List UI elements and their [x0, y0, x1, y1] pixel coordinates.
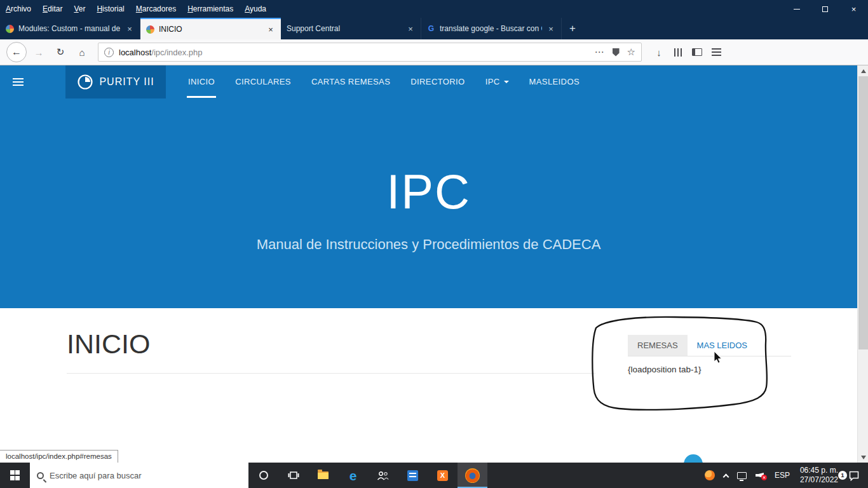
menu-herramientas[interactable]: Herramientas: [182, 0, 239, 18]
info-icon[interactable]: i: [104, 48, 114, 57]
people-button[interactable]: [368, 463, 398, 488]
library-icon: [674, 48, 682, 57]
notification-badge: 1: [838, 471, 847, 480]
purity-logo-icon: [77, 74, 93, 90]
back-button[interactable]: ←: [6, 42, 27, 62]
nav-item-directorio[interactable]: DIRECTORIO: [400, 65, 475, 98]
firefox-button[interactable]: [458, 463, 487, 488]
widget-tab-remesas[interactable]: REMESAS: [628, 335, 688, 356]
sidebar-icon: [692, 48, 702, 56]
firefox-tray-button[interactable]: [700, 463, 719, 488]
menu-editar[interactable]: Editar: [37, 0, 68, 18]
cortana-button[interactable]: [248, 463, 278, 488]
file-explorer-button[interactable]: [308, 463, 338, 488]
taskbar-search[interactable]: [30, 463, 248, 488]
action-center-button[interactable]: 1: [844, 463, 864, 488]
brand-name: PURITY III: [99, 76, 154, 88]
nav-item-ipc[interactable]: IPC: [475, 65, 519, 98]
tab-close-icon[interactable]: ×: [546, 24, 555, 34]
arrow-down-icon: [861, 456, 866, 459]
volume-tray-button[interactable]: [751, 463, 770, 488]
task-view-button[interactable]: [278, 463, 308, 488]
windows-logo-icon: [10, 470, 20, 480]
close-window-button[interactable]: ×: [839, 0, 868, 18]
menu-marcadores[interactable]: Marcadores: [130, 0, 182, 18]
url-bar[interactable]: i localhost/ipc/index.php ⋯ ☆: [98, 43, 642, 62]
tab-close-icon[interactable]: ×: [266, 25, 275, 34]
page-actions-icon[interactable]: ⋯: [595, 46, 605, 58]
widget-tab-underline: [628, 356, 791, 356]
offcanvas-menu-icon[interactable]: [13, 78, 24, 86]
browser-menu-bar: Archivo Editar Ver Historial Marcadores …: [0, 0, 868, 18]
site-logo[interactable]: PURITY III: [65, 65, 166, 98]
google-icon: G: [427, 24, 435, 33]
browser-menu-button[interactable]: [707, 43, 726, 62]
shield-icon[interactable]: [613, 48, 620, 57]
page-viewport: PURITY III INICIO CIRCULARES CARTAS REME…: [0, 65, 868, 463]
menu-archivo[interactable]: Archivo: [0, 0, 37, 18]
downloads-button[interactable]: ↓: [649, 43, 668, 62]
nav-label: CIRCULARES: [235, 65, 291, 98]
browser-tab-modules[interactable]: Modules: Custom - manual de ×: [0, 18, 140, 39]
menu-historial[interactable]: Historial: [91, 0, 130, 18]
page-title: INICIO: [67, 329, 150, 360]
system-tray: ESP 06:45 p. m. 27/07/2022 1: [700, 463, 868, 488]
scroll-down-button[interactable]: [858, 452, 868, 463]
url-text: localhost/ipc/index.php: [119, 48, 595, 57]
nav-label: MASLEIDOS: [529, 65, 580, 98]
scrollbar[interactable]: [857, 65, 868, 463]
back-to-top-button[interactable]: [684, 454, 703, 463]
library-button[interactable]: [668, 43, 688, 62]
nav-item-cartas-remesas[interactable]: CARTAS REMESAS: [301, 65, 400, 98]
task-view-icon: [288, 471, 299, 480]
firefox-tray-icon: [705, 470, 715, 480]
display-tray-button[interactable]: [733, 463, 751, 488]
browser-tab-translate[interactable]: G translate google - Buscar con G ×: [421, 18, 562, 39]
tab-title: Support Central: [287, 24, 402, 33]
hamburger-menu-icon: [712, 48, 721, 56]
speaker-icon: [756, 471, 766, 480]
nav-item-circulares[interactable]: CIRCULARES: [225, 65, 301, 98]
xampp-button[interactable]: X: [428, 463, 458, 488]
edge-button[interactable]: e: [338, 463, 368, 488]
sidebar-button[interactable]: [688, 43, 707, 62]
joomla-icon: [146, 25, 154, 34]
menu-ver[interactable]: Ver: [68, 0, 91, 18]
chevron-down-icon: [504, 81, 509, 83]
maximize-button[interactable]: [811, 0, 839, 18]
nav-item-inicio[interactable]: INICIO: [178, 65, 225, 98]
divider: [67, 373, 595, 374]
browser-tab-support-central[interactable]: Support Central ×: [281, 18, 421, 39]
tab-close-icon[interactable]: ×: [125, 24, 134, 34]
app-button-blue[interactable]: [398, 463, 428, 488]
start-button[interactable]: [0, 463, 30, 488]
browser-tab-inicio[interactable]: INICIO ×: [140, 18, 281, 39]
hidden-icons-button[interactable]: [719, 463, 733, 488]
tab-title: INICIO: [159, 25, 262, 34]
language-indicator[interactable]: ESP: [770, 463, 794, 488]
scroll-up-button[interactable]: [858, 65, 868, 76]
nav-label: IPC: [485, 65, 500, 98]
edge-icon: e: [349, 469, 357, 482]
home-button[interactable]: ⌂: [72, 43, 92, 62]
url-host: localhost: [119, 48, 151, 57]
app-icon: [407, 470, 418, 481]
nav-label: CARTAS REMESAS: [311, 65, 390, 98]
scrollbar-thumb[interactable]: [858, 76, 868, 349]
search-input[interactable]: [50, 471, 241, 480]
new-tab-button[interactable]: +: [562, 18, 583, 39]
reload-button[interactable]: ↻: [51, 43, 70, 62]
minimize-button[interactable]: [782, 0, 811, 18]
nav-item-masleidos[interactable]: MASLEIDOS: [519, 65, 590, 98]
xampp-icon: X: [437, 470, 448, 481]
menu-ayuda[interactable]: Ayuda: [239, 0, 272, 18]
bookmark-star-icon[interactable]: ☆: [627, 46, 635, 58]
tab-close-icon[interactable]: ×: [406, 24, 415, 34]
forward-button[interactable]: →: [29, 43, 48, 62]
widget-tab-mas-leidos[interactable]: MAS LEIDOS: [688, 335, 757, 356]
tab-title: translate google - Buscar con G: [440, 24, 542, 33]
tabs-widget: REMESAS MAS LEIDOS {loadposition tab-1}: [628, 335, 791, 374]
firefox-icon: [465, 468, 480, 483]
clock[interactable]: 06:45 p. m. 27/07/2022: [794, 466, 844, 485]
muted-badge-icon: [761, 475, 767, 480]
